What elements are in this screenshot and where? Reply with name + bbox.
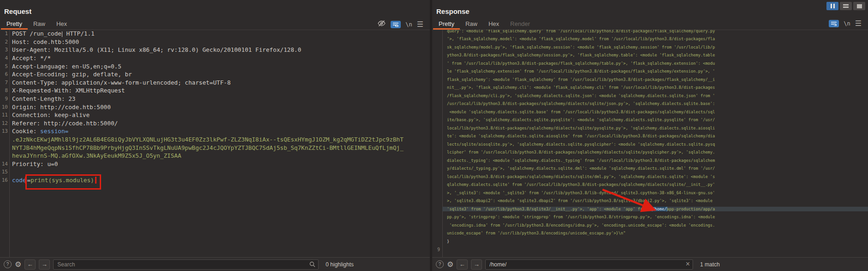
search-icon — [309, 261, 315, 269]
eye-off-icon[interactable] — [377, 20, 386, 29]
layout-columns-view-button[interactable] — [826, 2, 838, 10]
response-tab-hex[interactable]: Hex — [483, 18, 505, 30]
response-code-row: le 'flask_sqlalchemy.extension' from '/u… — [432, 68, 868, 76]
request-code-row: 7Content-Type: application/x-www-form-ur… — [0, 79, 430, 87]
search-help-icon[interactable]: ? — [436, 260, 444, 268]
rows-icon — [843, 4, 849, 8]
response-title: Response — [432, 6, 868, 18]
response-code-row: flask_sqlalchemy': <module 'flask_sqlalc… — [432, 75, 868, 84]
search-prev-button[interactable]: ← — [457, 259, 468, 270]
response-code-row: local/lib/python3.8/dist-packages/sqlalc… — [432, 124, 868, 132]
request-code-row: hevaJYnrnS-MQ.aGfOXw.3NkAyEeukM9Z5x5J_O5… — [0, 152, 430, 160]
response-search-results: 1 match — [700, 261, 720, 268]
search-help-icon[interactable]: ? — [4, 260, 12, 268]
request-code-row: 6Accept-Encoding: gzip, deflate, br — [0, 70, 430, 79]
response-code-row: local/lib/python3.8/dist-packages/sqlalc… — [432, 172, 868, 181]
request-search-results: 0 highlights — [326, 261, 354, 268]
request-code-row: .eJzNkcEKwjAMhl8l9jz2AL6B4EG8iQyJbVYLXQN… — [0, 136, 430, 144]
response-code-row: nit__.py'>, 'flask_sqlalchemy.cli': <mod… — [432, 84, 868, 92]
request-editor[interactable]: 1POST /run_code HTTP/1.12Host: code.htb:… — [0, 30, 430, 257]
response-search-bar: ? ⚙ ← → × 1 match — [432, 257, 868, 271]
response-panel: Response PrettyRawHexRender \n ☰ query':… — [432, 6, 868, 271]
annotation-red-arrow — [588, 186, 662, 215]
search-next-button[interactable]: → — [39, 259, 50, 270]
request-code-row: 4Accept: */* — [0, 54, 430, 62]
request-code-row: NYTJB4hMgeQqpNs1SfhCP78Bb9PrbyHjgQ3InSSv… — [0, 143, 430, 152]
response-tab-raw[interactable]: Raw — [460, 18, 483, 30]
request-code-row: 13Cookie: session= — [0, 127, 430, 136]
show-newlines-icon[interactable]: \n — [844, 20, 850, 27]
request-code-row: 5Accept-Language: en-US,en;q=0.5 — [0, 62, 430, 70]
search-next-button[interactable]: → — [471, 259, 482, 270]
layout-rows-view-button[interactable] — [840, 2, 852, 10]
response-code-row: <module 'sqlalchemy.dialects.sqlite.base… — [432, 108, 868, 116]
response-code-row: ' from '/usr/local/lib/python3.8/dist-pa… — [432, 59, 868, 68]
response-code-row: y/dialects/_typing.py'>, 'sqlalchemy.dia… — [432, 165, 868, 173]
annotation-red-box — [25, 174, 101, 190]
response-code-row: sk_sqlalchemy/model.py'>, 'flask_sqlalch… — [432, 43, 868, 51]
request-search-bar: ? ⚙ ← → 0 highlights — [0, 257, 430, 271]
response-code-row: /flask_sqlalchemy/cli.py'>, 'sqlalchemy.… — [432, 92, 868, 100]
columns-icon — [831, 4, 832, 8]
single-pane-icon — [857, 4, 862, 8]
request-code-row: 10Origin: http://code.htb:5000 — [0, 103, 430, 111]
response-code-row: 'encodings.idna' from '/usr/lib/python3.… — [432, 221, 868, 229]
clear-search-icon[interactable]: × — [686, 260, 690, 268]
request-tab-raw[interactable]: Raw — [28, 18, 51, 30]
window-layout-buttons — [826, 2, 865, 10]
search-settings-icon[interactable]: ⚙ — [15, 261, 21, 268]
response-code-row: ython3.8/dist-packages/flask_sqlalchemy/… — [432, 51, 868, 60]
search-settings-icon[interactable]: ⚙ — [447, 261, 453, 268]
show-newlines-icon[interactable]: \n — [405, 21, 412, 28]
response-search-input[interactable] — [486, 261, 693, 268]
response-code-row: ite/base.py'>, 'sqlalchemy.dialects.sqli… — [432, 116, 868, 124]
request-code-row: 12Referer: http://code.htb:5000/ — [0, 119, 430, 128]
request-title: Request — [0, 6, 430, 18]
request-code-row: 9Content-Length: 23 — [0, 95, 430, 103]
response-code-row: query': <module 'flask_sqlalchemy.query'… — [432, 30, 868, 35]
request-tab-hex[interactable]: Hex — [51, 18, 72, 30]
editor-menu-icon[interactable]: ☰ — [855, 20, 862, 27]
response-editor[interactable]: query': <module 'flask_sqlalchemy.query'… — [432, 30, 868, 257]
request-editor-toolbar: \n ☰ — [377, 20, 423, 29]
request-code-row: 8X-Requested-With: XMLHttpRequest — [0, 86, 430, 95]
request-code-row: 14Priority: u=0 — [0, 160, 430, 168]
search-prev-button[interactable]: ← — [24, 259, 36, 270]
response-code-row: unicode_escape' from '/usr/lib/python3.8… — [432, 229, 868, 238]
request-tabs: PrettyRawHex — [0, 18, 430, 30]
request-code-row: 11Connection: keep-alive — [0, 111, 430, 119]
response-code-row: /usr/local/lib/python3.8/dist-packages/s… — [432, 100, 868, 108]
response-code-row: '>, 'flask_sqlalchemy.model': <module 'f… — [432, 35, 868, 43]
request-search-input[interactable] — [54, 261, 318, 268]
layout-single-view-button[interactable] — [853, 2, 865, 10]
response-tabs: PrettyRawHexRender — [432, 18, 868, 30]
response-search-field: × — [485, 259, 693, 270]
soft-wrap-icon[interactable] — [391, 21, 401, 28]
response-code-row: lcipher' from '/usr/local/lib/python3.8/… — [432, 148, 868, 157]
soft-wrap-icon[interactable] — [829, 20, 839, 27]
response-code-row: lects/sqlite/aiosqlite.py'>, 'sqlalchemy… — [432, 140, 868, 148]
response-editor-toolbar: \n ☰ — [829, 20, 862, 27]
text-caret — [62, 31, 62, 37]
response-tab-render: Render — [505, 18, 536, 30]
request-tab-pretty[interactable]: Pretty — [1, 18, 28, 30]
response-tab-pretty[interactable]: Pretty — [433, 18, 460, 30]
editor-menu-icon[interactable]: ☰ — [417, 21, 423, 28]
request-code-row: 2Host: code.htb:5000 — [0, 38, 430, 46]
response-code-row: te': <module 'sqlalchemy.dialects.sqlite… — [432, 132, 868, 141]
request-search-field — [53, 259, 319, 270]
response-code-row: 9 — [432, 246, 868, 254]
response-code-row: dialects._typing': <module 'sqlalchemy.d… — [432, 156, 868, 165]
request-panel: Request PrettyRawHex \n ☰ 1POST /run_cod… — [0, 6, 430, 271]
request-code-row: 3User-Agent: Mozilla/5.0 (X11; Linux x86… — [0, 46, 430, 54]
response-code-row: } — [432, 237, 868, 246]
request-code-row: 1POST /run_code HTTP/1.1 — [0, 30, 430, 38]
